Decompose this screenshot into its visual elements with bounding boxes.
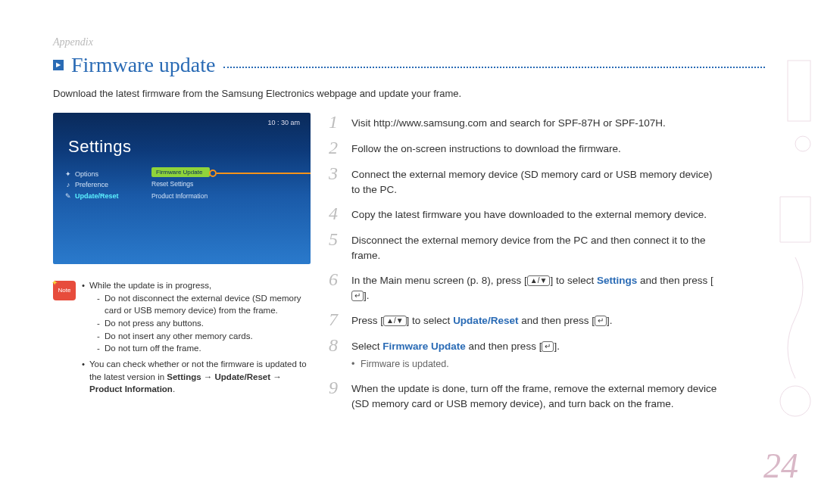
- updown-key-icon: ▲/▼: [527, 275, 551, 286]
- step-3: 3 Connect the external memory device (SD…: [329, 164, 720, 197]
- step-text: When the update is done, turn off the fr…: [351, 378, 720, 411]
- step-8-note: Firmware is updated.: [351, 357, 560, 371]
- title-row: Firmware update: [53, 53, 765, 77]
- step-text: Disconnect the external memory device fr…: [351, 230, 720, 263]
- step-number: 5: [329, 230, 341, 248]
- menu-reset-settings: Reset Settings: [151, 178, 210, 190]
- step-number: 3: [329, 164, 341, 182]
- pencil-icon: ✎: [65, 191, 71, 201]
- step-9: 9 When the update is done, turn off the …: [329, 378, 720, 411]
- step-4: 4 Copy the latest firmware you have down…: [329, 204, 720, 222]
- svg-rect-0: [788, 61, 810, 121]
- svg-point-1: [795, 136, 810, 151]
- menu-product-information: Product Information: [151, 190, 210, 202]
- title-dotted-line: [223, 67, 766, 68]
- menu-options: Options: [75, 169, 98, 179]
- step-number: 9: [329, 378, 341, 397]
- step-7: 7 Press [▲/▼] to select Update/Reset and…: [329, 310, 720, 328]
- step-8: 8 Select Firmware Update and then press …: [329, 336, 720, 371]
- screenshot-time: 10 : 30 am: [267, 119, 300, 126]
- screenshot-right-menu: Firmware Update Reset Settings Product I…: [151, 166, 210, 202]
- step-text: Follow the on-screen instructions to dow…: [351, 138, 621, 157]
- section-label: Appendix: [53, 36, 765, 48]
- step-number: 2: [329, 138, 341, 157]
- note-icon: ♪: [65, 179, 71, 190]
- note-sub-4: Do not turn off the frame.: [97, 342, 311, 355]
- step-text: In the Main menu screen (p. 8), press [▲…: [351, 270, 720, 303]
- note-line-2c: .: [173, 384, 175, 394]
- step-number: 6: [329, 270, 341, 288]
- enter-key-icon: ↵: [351, 291, 364, 301]
- step-text: Visit http://www.samsung.com and search …: [351, 113, 666, 131]
- step-text: Press [▲/▼] to select Update/Reset and t…: [351, 310, 613, 328]
- note-sub-2: Do not press any buttons.: [97, 317, 311, 330]
- updown-key-icon: ▲/▼: [383, 316, 407, 326]
- callout-line: [217, 173, 311, 174]
- step-text: Copy the latest firmware you have downlo…: [351, 204, 707, 222]
- menu-preference: Preference: [75, 179, 108, 190]
- step-number: 4: [329, 204, 341, 222]
- step-text: Select Firmware Update and then press [↵…: [351, 336, 560, 371]
- play-icon: [53, 60, 64, 70]
- screenshot-title: Settings: [68, 137, 132, 157]
- note-badge-icon: Note: [53, 281, 76, 300]
- page-title: Firmware update: [71, 53, 216, 77]
- settings-link: Settings: [597, 275, 637, 286]
- firmware-update-link: Firmware Update: [382, 341, 466, 352]
- step-number: 1: [329, 113, 341, 131]
- step-1: 1 Visit http://www.samsung.com and searc…: [329, 113, 720, 131]
- gear-icon: ✦: [65, 169, 71, 179]
- step-text: Connect the external memory device (SD m…: [351, 164, 720, 197]
- step-number: 7: [329, 310, 341, 328]
- step-6: 6 In the Main menu screen (p. 8), press …: [329, 270, 720, 303]
- callout-circle-icon: [209, 170, 217, 177]
- note-sub-3: Do not insert any other memory cards.: [97, 330, 311, 343]
- step-2: 2 Follow the on-screen instructions to d…: [329, 138, 720, 157]
- intro-text: Download the latest firmware from the Sa…: [53, 88, 765, 99]
- step-number: 8: [329, 336, 341, 354]
- settings-screenshot: 10 : 30 am Settings ✦Options ♪Preference…: [53, 113, 311, 264]
- step-5: 5 Disconnect the external memory device …: [329, 230, 720, 263]
- svg-point-2: [780, 386, 810, 416]
- menu-firmware-update: Firmware Update: [151, 167, 210, 177]
- menu-update-reset: Update/Reset: [75, 191, 119, 201]
- screenshot-left-menu: ✦Options ♪Preference ✎Update/Reset: [65, 169, 119, 201]
- note-block: Note While the update is in progress, Do…: [53, 279, 311, 399]
- note-sub-1: Do not disconnect the external device (S…: [97, 292, 311, 317]
- decorative-art: [773, 45, 818, 454]
- enter-key-icon: ↵: [595, 316, 607, 326]
- note-line-1: While the update is in progress,: [89, 281, 211, 290]
- steps-list: 1 Visit http://www.samsung.com and searc…: [329, 113, 720, 411]
- update-reset-link: Update/Reset: [453, 315, 518, 326]
- enter-key-icon: ↵: [542, 341, 554, 352]
